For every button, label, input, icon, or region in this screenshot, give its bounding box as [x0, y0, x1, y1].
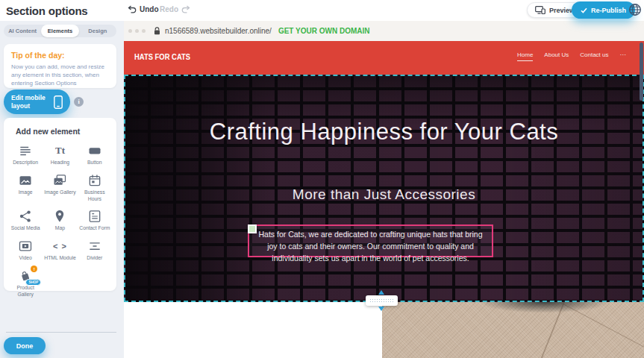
add-new-element-card: Add new element Description Tt Heading B… — [4, 118, 116, 291]
hero-subheading[interactable]: More than Just Accessories — [125, 186, 643, 203]
element-divider[interactable]: Divider — [78, 239, 111, 262]
redo-icon — [181, 5, 190, 13]
globe-icon — [628, 2, 643, 17]
element-social-media[interactable]: Social Media — [9, 209, 42, 232]
check-icon — [581, 7, 587, 13]
element-image-gallery[interactable]: Image Gallery — [43, 173, 76, 203]
heading-icon: Tt — [55, 145, 65, 157]
selected-hero-section[interactable]: Crafting Happiness for Your Cats More th… — [124, 75, 644, 302]
nav-more[interactable]: ⋯ — [620, 51, 626, 60]
element-product-gallery[interactable]: ! SHOP Product Gallery — [9, 268, 42, 298]
tab-elements[interactable]: Elements — [41, 25, 78, 37]
social-media-icon — [18, 209, 33, 224]
topbar: Section options Undo Redo Preview Re-Pub… — [0, 0, 644, 21]
get-own-domain-link[interactable]: GET YOUR OWN DOMAIN — [278, 27, 370, 35]
next-section-blank — [124, 302, 382, 358]
section-options-sidebar: AI Content Elements Design Tip of the da… — [0, 21, 124, 358]
sidebar-divider — [6, 332, 116, 333]
tab-design[interactable]: Design — [79, 25, 116, 37]
html-module-icon: < > — [53, 242, 67, 251]
window-dot — [128, 29, 132, 33]
button-icon — [87, 143, 102, 158]
element-grid: Description Tt Heading Button Image Imag… — [8, 143, 112, 298]
next-section-image — [382, 302, 644, 358]
window-dot — [142, 29, 146, 33]
divider-icon — [87, 239, 102, 254]
lock-icon — [154, 27, 160, 35]
window-dots — [128, 29, 146, 33]
republish-label: Re-Publish — [591, 7, 626, 14]
window-dot — [135, 29, 139, 33]
business-hours-icon — [87, 173, 102, 188]
element-image[interactable]: Image — [9, 173, 42, 203]
hero-paragraph: Hats for Cats, we are dedicated to craft… — [249, 226, 492, 264]
browser-chrome-bar: n1566589.websitebuilder.online/ GET YOUR… — [124, 21, 644, 41]
element-map[interactable]: Map — [43, 209, 76, 232]
page-title: Section options — [6, 4, 88, 17]
site-header: HATS FOR CATS Home About Us Contact us ⋯ — [124, 41, 644, 75]
preview-scrollbar[interactable] — [640, 43, 643, 101]
language-globe-button[interactable] — [628, 2, 643, 17]
resize-arrow-up-icon — [378, 290, 384, 295]
site-preview: n1566589.websitebuilder.online/ GET YOUR… — [124, 21, 644, 358]
element-description[interactable]: Description — [9, 143, 42, 166]
selected-text-element[interactable]: Hats for Cats, we are dedicated to craft… — [248, 224, 493, 257]
image-icon — [18, 173, 33, 188]
phone-icon — [54, 95, 63, 109]
add-element-title: Add new element — [16, 127, 112, 136]
resize-grip-dots — [369, 298, 394, 303]
element-video[interactable]: Video — [9, 239, 42, 262]
map-icon — [52, 209, 67, 224]
element-business-hours[interactable]: Business Hours — [78, 173, 111, 203]
section-resize-handle[interactable] — [366, 295, 398, 306]
contact-form-icon — [87, 209, 102, 224]
undo-label: Undo — [140, 5, 159, 13]
video-icon — [18, 239, 33, 254]
site-logo[interactable]: HATS FOR CATS — [134, 52, 190, 61]
edit-mobile-layout-button[interactable]: Edit mobile layout — [4, 90, 70, 114]
shop-badge: SHOP — [25, 279, 41, 286]
resize-arrow-down-icon — [378, 307, 384, 311]
tip-of-the-day-card: Tip of the day: Now you can add, move an… — [4, 44, 116, 88]
tip-body: Now you can add, move and resize any ele… — [11, 63, 109, 88]
element-contact-form[interactable]: Contact Form — [78, 209, 111, 232]
republish-button[interactable]: Re-Publish — [572, 1, 635, 19]
app-canvas: Section options Undo Redo Preview Re-Pub… — [0, 0, 644, 358]
description-icon — [18, 143, 33, 158]
preview-label: Preview — [549, 7, 575, 14]
element-html-module[interactable]: < > HTML Module — [43, 239, 76, 262]
element-button[interactable]: Button — [78, 143, 111, 166]
tip-title: Tip of the day: — [11, 51, 109, 60]
info-icon[interactable]: i — [74, 97, 84, 107]
site-url: n1566589.websitebuilder.online/ — [165, 27, 272, 35]
image-gallery-icon — [52, 173, 67, 188]
selection-handle[interactable] — [248, 224, 257, 233]
edit-mobile-layout-label: Edit mobile layout — [11, 94, 49, 109]
nav-home[interactable]: Home — [517, 51, 533, 61]
product-gallery-badge-icon: ! — [31, 266, 37, 272]
devices-icon — [535, 6, 545, 14]
undo-button[interactable]: Undo — [128, 5, 159, 13]
undo-icon — [128, 5, 137, 13]
done-button[interactable]: Done — [4, 337, 46, 354]
sidebar-tabs: AI Content Elements Design — [4, 25, 116, 37]
redo-button[interactable]: Redo — [160, 5, 190, 13]
nav-contact-us[interactable]: Contact us — [580, 51, 608, 60]
site-nav: Home About Us Contact us ⋯ — [517, 51, 626, 61]
tab-ai-content[interactable]: AI Content — [4, 25, 41, 37]
redo-label: Redo — [160, 5, 178, 13]
element-heading[interactable]: Tt Heading — [43, 143, 76, 166]
nav-about-us[interactable]: About Us — [544, 51, 569, 60]
hero-heading[interactable]: Crafting Happiness for Your Cats — [209, 117, 560, 148]
